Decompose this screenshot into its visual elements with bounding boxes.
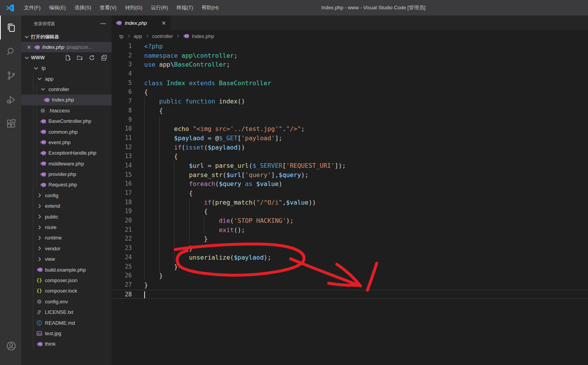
tree-item-request-php[interactable]: Request.php bbox=[21, 179, 112, 190]
menu-g[interactable]: 转到(G) bbox=[121, 0, 147, 15]
code-line-text: class Index extends BaseController bbox=[144, 79, 271, 88]
indent-guide bbox=[174, 244, 189, 253]
tree-item-exceptionhandle-php[interactable]: ExceptionHandle.php bbox=[21, 148, 112, 158]
refresh-icon[interactable] bbox=[89, 55, 95, 61]
menu-h[interactable]: 帮助(H) bbox=[197, 0, 223, 15]
gear-icon bbox=[36, 299, 42, 305]
tree-item-app[interactable]: app bbox=[21, 73, 112, 84]
line-number: 27 bbox=[112, 281, 132, 290]
open-editors-section[interactable]: 打开的编辑器 bbox=[21, 32, 112, 42]
tree-item-composer-lock[interactable]: {}composer.lock bbox=[21, 286, 112, 296]
token: $query bbox=[219, 180, 241, 188]
activity-explorer-button[interactable] bbox=[0, 15, 21, 40]
new-file-icon[interactable] bbox=[65, 55, 71, 61]
tree-item-public[interactable]: public bbox=[21, 211, 112, 222]
tree-item-label: test.jpg bbox=[45, 331, 61, 336]
tree-item-composer-json[interactable]: {}composer.json bbox=[21, 275, 112, 286]
tree-item-common-php[interactable]: common.php bbox=[21, 126, 112, 137]
tree-item-label: middleware.php bbox=[48, 161, 84, 167]
new-folder-icon[interactable] bbox=[77, 55, 83, 61]
collapse-all-icon[interactable] bbox=[101, 55, 107, 61]
tab-index-php[interactable]: Index.php bbox=[112, 15, 171, 30]
tree-item-provider-php[interactable]: provider.php bbox=[21, 169, 112, 179]
tree-item-label: think bbox=[45, 341, 55, 347]
tree-item-label: config bbox=[45, 193, 59, 198]
workspace-section[interactable]: WWW bbox=[21, 52, 112, 63]
close-icon[interactable] bbox=[161, 20, 167, 26]
tree-item-view[interactable]: view bbox=[21, 254, 112, 264]
tree-item-event-php[interactable]: event.php bbox=[21, 137, 112, 148]
crumb-sep-icon bbox=[175, 33, 181, 39]
tree-item-label: extend bbox=[45, 203, 60, 209]
tree-item-icon-slot bbox=[40, 139, 47, 145]
tree-item-controller[interactable]: controller bbox=[21, 84, 112, 95]
breadcrumb-tp[interactable]: tp bbox=[119, 33, 124, 39]
breadcrumb-index-php[interactable]: Index.php bbox=[192, 33, 214, 39]
menu-v[interactable]: 查看(V) bbox=[95, 0, 121, 15]
tree-item-config[interactable]: config bbox=[21, 190, 112, 201]
chevron-down-icon bbox=[24, 55, 30, 61]
breadcrumb-app[interactable]: app bbox=[134, 33, 142, 39]
token: "<img src='../test.jpg'" bbox=[193, 125, 282, 133]
activity-source-control-button[interactable] bbox=[0, 64, 21, 88]
token: $url bbox=[226, 171, 241, 179]
token: (); bbox=[234, 226, 245, 234]
indent-guide bbox=[174, 207, 189, 216]
tree-item-config-env[interactable]: config.env bbox=[21, 296, 112, 307]
tree-item-index-php[interactable]: Index.php bbox=[21, 95, 112, 105]
tree-item-runtime[interactable]: runtime bbox=[21, 232, 112, 243]
indent-guide bbox=[144, 234, 159, 244]
account-icon bbox=[6, 341, 17, 351]
tree-item-tp[interactable]: tp bbox=[21, 63, 112, 73]
token: { bbox=[159, 107, 163, 114]
tree-item-build-example-php[interactable]: build.example.php bbox=[21, 264, 112, 275]
tree-item-label: .htaccess bbox=[48, 108, 70, 114]
tree-item-icon-slot bbox=[40, 86, 47, 92]
tree-item-icon-slot bbox=[40, 150, 47, 156]
code-line-text: if(isset($paylaod)) bbox=[144, 143, 245, 152]
tree-item-think[interactable]: think bbox=[21, 339, 112, 349]
tree-item-vendor[interactable]: vendor bbox=[21, 243, 112, 254]
close-icon[interactable] bbox=[26, 45, 32, 50]
token: app\controller bbox=[181, 52, 234, 59]
open-editor-item[interactable]: Index.php tp\app\con... bbox=[21, 42, 112, 52]
code-line-text: public function index() bbox=[144, 97, 245, 106]
php-icon bbox=[183, 33, 190, 39]
tree-item-readme-md[interactable]: README.md bbox=[21, 317, 112, 328]
tree-item-test-jpg[interactable]: test.jpg bbox=[21, 328, 112, 339]
tree-item-label: view bbox=[45, 256, 55, 262]
token: )) bbox=[238, 144, 245, 151]
more-actions-icon[interactable] bbox=[100, 21, 106, 27]
indent-guide bbox=[36, 148, 40, 158]
token: ( bbox=[249, 162, 253, 169]
tree-item-middleware-php[interactable]: middleware.php bbox=[21, 158, 112, 169]
tree-item-htaccess[interactable]: .htaccess bbox=[21, 105, 112, 116]
indent-guide bbox=[144, 179, 159, 189]
tree-item-extend[interactable]: extend bbox=[21, 201, 112, 211]
tree-item-route[interactable]: route bbox=[21, 222, 112, 232]
breadcrumb-controller[interactable]: controller bbox=[152, 33, 173, 39]
token: $paylaod bbox=[234, 254, 264, 261]
menu-r[interactable]: 运行(R) bbox=[147, 0, 172, 15]
menu-t[interactable]: 终端(T) bbox=[172, 0, 197, 15]
line-number: 25 bbox=[112, 262, 132, 272]
activity-extensions-button[interactable] bbox=[0, 112, 21, 136]
tree-item-basecontroller-php[interactable]: BaseController.php bbox=[21, 116, 112, 126]
indent-guide bbox=[144, 97, 159, 106]
menu-f[interactable]: 文件(F) bbox=[20, 0, 45, 15]
menu-s[interactable]: 选择(S) bbox=[70, 0, 95, 15]
activity-search-button[interactable] bbox=[0, 40, 21, 64]
php-icon bbox=[40, 139, 47, 145]
activity-run-debug-button[interactable] bbox=[0, 88, 21, 112]
menu-e[interactable]: 编辑(E) bbox=[45, 0, 70, 15]
code-line-14: 14$url = parse_url($_SERVER['REQUEST_URI… bbox=[112, 161, 588, 170]
tree-item-label: Request.php bbox=[48, 182, 77, 188]
code-area[interactable]: 1<?php2namespace app\controller;3use app… bbox=[112, 42, 588, 365]
indent-guide bbox=[144, 216, 159, 226]
line-number: 4 bbox=[112, 69, 132, 79]
php-icon bbox=[40, 129, 47, 134]
tree-item-license-txt[interactable]: LICENSE.txt bbox=[21, 307, 112, 317]
tree-item-icon-slot bbox=[40, 172, 47, 177]
code-line-11: 11$paylaod = @$_GET['payload']; bbox=[112, 134, 588, 143]
activity-account-button[interactable] bbox=[0, 334, 21, 358]
